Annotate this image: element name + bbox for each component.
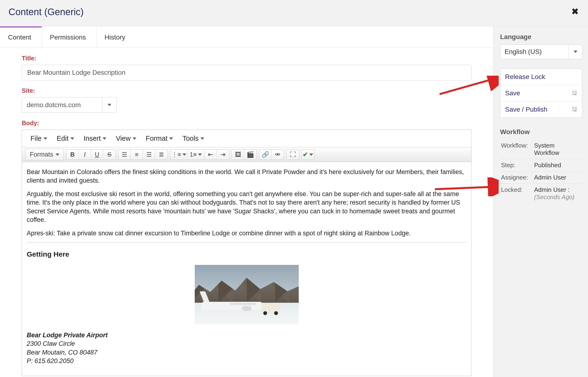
- bullet-list-button[interactable]: ⋮≡: [170, 150, 187, 160]
- body-paragraph: Bear Mountain in Colorado offers the fin…: [27, 168, 466, 185]
- workflow-actions: Release Lock Save 🖫 Save / Publish 🖫: [500, 69, 582, 118]
- unlink-button[interactable]: ⚮: [271, 150, 284, 160]
- save-icon: 🖫: [572, 106, 577, 113]
- chevron-down-icon: [182, 153, 186, 156]
- outdent-button[interactable]: ⇤: [204, 150, 217, 160]
- chevron-down-icon: [108, 104, 111, 106]
- tab-bar: Content Permissions History: [0, 26, 493, 47]
- assignee-label: Assignee:: [501, 174, 534, 181]
- workflow-label: Workflow:: [501, 142, 534, 157]
- step-value: Published: [534, 162, 581, 169]
- body-image: [195, 265, 299, 324]
- menu-tools[interactable]: Tools: [178, 132, 209, 145]
- align-center-button[interactable]: ≡: [131, 150, 143, 160]
- save-publish-button[interactable]: Save / Publish 🖫: [500, 101, 582, 118]
- locked-label: Locked:: [501, 186, 534, 201]
- title-label: Title:: [22, 55, 472, 62]
- workflow-info: Workflow: System Workflow Step: Publishe…: [500, 140, 582, 203]
- tab-content[interactable]: Content: [0, 26, 42, 47]
- fullscreen-button[interactable]: ⛶: [287, 150, 299, 160]
- wysiwyg-editor: File Edit Insert View Format Tools Forma…: [22, 130, 472, 376]
- chevron-down-icon: [102, 137, 106, 140]
- step-label: Step:: [501, 162, 534, 169]
- validate-button[interactable]: ✔: [302, 150, 314, 160]
- body-address: Bear Lodge Private Airport 2300 Claw Cir…: [27, 331, 466, 365]
- chevron-down-icon: [309, 153, 313, 156]
- site-dropdown-toggle[interactable]: [102, 97, 117, 113]
- language-heading: Language: [500, 33, 582, 41]
- assignee-value: Admin User: [534, 174, 581, 181]
- chevron-down-icon: [44, 137, 47, 140]
- workflow-value: System Workflow: [534, 142, 581, 157]
- site-select[interactable]: demo.dotcms.com: [22, 97, 102, 113]
- chevron-down-icon: [198, 153, 202, 156]
- menu-edit[interactable]: Edit: [52, 132, 79, 145]
- tab-permissions[interactable]: Permissions: [42, 26, 96, 47]
- chevron-down-icon: [70, 137, 74, 140]
- title-input[interactable]: [22, 65, 472, 80]
- chevron-down-icon: [574, 51, 577, 53]
- align-left-button[interactable]: ☰: [118, 150, 131, 160]
- chevron-down-icon: [133, 137, 136, 140]
- indent-button[interactable]: ⇥: [217, 150, 229, 160]
- body-paragraph: Arguably, the most exclusive ski resort …: [27, 190, 466, 224]
- editor-body[interactable]: Bear Mountain in Colorado offers the fin…: [22, 162, 471, 376]
- menu-view[interactable]: View: [111, 132, 141, 145]
- workflow-heading: Workflow: [500, 128, 582, 136]
- language-value: English (US): [500, 45, 568, 59]
- italic-button[interactable]: I: [79, 150, 91, 160]
- strikethrough-button[interactable]: S: [103, 150, 115, 160]
- language-select[interactable]: English (US): [500, 45, 582, 59]
- chevron-down-icon: [169, 137, 173, 140]
- menu-format[interactable]: Format: [141, 132, 178, 145]
- close-icon[interactable]: ✖: [571, 7, 579, 17]
- horizontal-rule: [27, 242, 466, 242]
- video-button[interactable]: 🎬: [244, 150, 256, 160]
- language-dropdown-toggle[interactable]: [568, 45, 582, 59]
- numbered-list-button[interactable]: 1≡: [187, 150, 204, 160]
- save-button[interactable]: Save 🖫: [500, 85, 582, 101]
- page-title: Content (Generic): [9, 7, 84, 17]
- body-heading: Getting Here: [27, 249, 466, 259]
- link-button[interactable]: 🔗: [259, 150, 271, 160]
- locked-value: Admin User : (Seconds Ago): [534, 186, 581, 201]
- chevron-down-icon: [200, 137, 204, 140]
- menu-insert[interactable]: Insert: [79, 132, 111, 145]
- release-lock-button[interactable]: Release Lock: [500, 69, 582, 85]
- image-button[interactable]: 🖼: [232, 150, 244, 160]
- tab-history[interactable]: History: [97, 26, 136, 47]
- align-justify-button[interactable]: ≣: [155, 150, 168, 160]
- formats-dropdown[interactable]: Formats: [25, 149, 64, 160]
- underline-button[interactable]: U: [91, 150, 103, 160]
- save-icon: 🖫: [572, 90, 577, 96]
- menu-file[interactable]: File: [26, 132, 52, 145]
- align-right-button[interactable]: ☰: [143, 150, 155, 160]
- site-label: Site:: [22, 87, 472, 94]
- body-label: Body:: [22, 119, 472, 127]
- body-paragraph: Apres-ski: Take a private snow cat dinne…: [27, 229, 466, 237]
- bold-button[interactable]: B: [67, 150, 79, 160]
- chevron-down-icon: [56, 153, 59, 156]
